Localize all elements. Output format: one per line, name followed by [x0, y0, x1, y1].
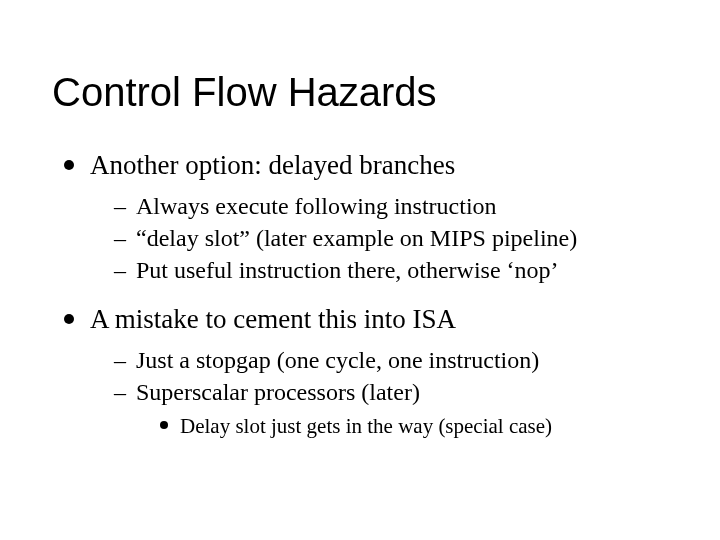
bullet-l2: Put useful instruction there, otherwise …: [50, 255, 670, 285]
bullet-l2: Superscalar processors (later): [50, 377, 670, 407]
bullet-l2-text: Put useful instruction there, otherwise …: [136, 257, 559, 283]
bullet-l3: Delay slot just gets in the way (special…: [50, 413, 670, 439]
bullet-l1-text: A mistake to cement this into ISA: [90, 304, 456, 334]
bullet-l1-text: Another option: delayed branches: [90, 150, 455, 180]
bullet-l3-text: Delay slot just gets in the way (special…: [180, 414, 552, 438]
bullet-l2-text: Just a stopgap (one cycle, one instructi…: [136, 347, 539, 373]
bullet-l1: Another option: delayed branches: [50, 149, 670, 183]
slide-title: Control Flow Hazards: [52, 70, 670, 115]
bullet-l2: “delay slot” (later example on MIPS pipe…: [50, 223, 670, 253]
bullet-l2-text: “delay slot” (later example on MIPS pipe…: [136, 225, 577, 251]
bullet-l2-group: Always execute following instruction “de…: [50, 191, 670, 285]
bullet-l2-text: Superscalar processors (later): [136, 379, 420, 405]
bullet-l2-group: Just a stopgap (one cycle, one instructi…: [50, 345, 670, 439]
slide-body: Another option: delayed branches Always …: [50, 149, 670, 439]
bullet-l2: Always execute following instruction: [50, 191, 670, 221]
bullet-l2-text: Always execute following instruction: [136, 193, 497, 219]
bullet-l1: A mistake to cement this into ISA: [50, 303, 670, 337]
bullet-l2: Just a stopgap (one cycle, one instructi…: [50, 345, 670, 375]
bullet-l3-group: Delay slot just gets in the way (special…: [50, 413, 670, 439]
slide: Control Flow Hazards Another option: del…: [0, 0, 720, 540]
